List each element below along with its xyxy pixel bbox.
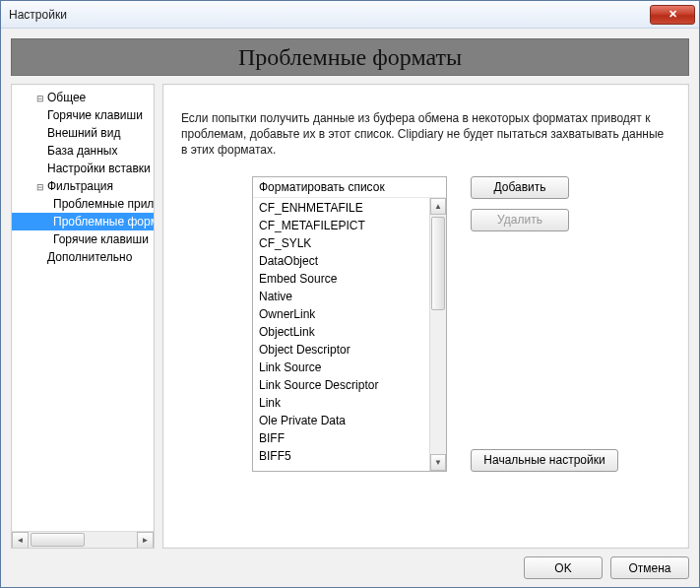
remove-button[interactable]: Удалить bbox=[471, 209, 569, 231]
tree-horizontal-scrollbar[interactable]: ◄ ► bbox=[12, 531, 154, 548]
list-item[interactable]: Embed Source bbox=[253, 269, 429, 287]
list-item[interactable]: CF_SYLK bbox=[253, 233, 429, 251]
scroll-down-button[interactable]: ▼ bbox=[430, 454, 446, 471]
tree-item[interactable]: Проблемные форматы bbox=[12, 213, 154, 230]
close-button[interactable]: ✕ bbox=[650, 5, 695, 25]
tree-item-label: Проблемные форматы bbox=[53, 215, 154, 229]
list-item[interactable]: Link Source Descriptor bbox=[253, 375, 429, 393]
list-item[interactable]: OwnerLink bbox=[253, 304, 429, 322]
list-header[interactable]: Форматировать список bbox=[253, 177, 446, 197]
scroll-right-button[interactable]: ► bbox=[137, 532, 154, 549]
scroll-left-button[interactable]: ◄ bbox=[12, 532, 29, 549]
list-body: CF_ENHMETAFILECF_METAFILEPICTCF_SYLKData… bbox=[253, 197, 446, 471]
scroll-thumb[interactable] bbox=[31, 533, 85, 547]
add-button[interactable]: Добавить bbox=[471, 176, 569, 199]
tree-item[interactable]: Проблемные приложения bbox=[12, 195, 154, 213]
tree-item-label: Внешний вид bbox=[47, 126, 120, 140]
chevron-left-icon: ◄ bbox=[17, 536, 25, 545]
list-item[interactable]: BIFF5 bbox=[253, 446, 429, 464]
nav-tree-panel: ⊟ОбщееГорячие клавишиВнешний видБаза дан… bbox=[11, 84, 155, 549]
ok-button[interactable]: OK bbox=[524, 556, 603, 579]
tree-item-label: Фильтрация bbox=[47, 179, 113, 193]
main-panel: Если попытки получить данные из буфера о… bbox=[162, 84, 689, 549]
panes: ⊟ОбщееГорячие клавишиВнешний видБаза дан… bbox=[11, 84, 689, 549]
side-buttons: Добавить Удалить Начальные настройки bbox=[471, 176, 618, 472]
defaults-row: Начальные настройки bbox=[471, 449, 618, 472]
tree-item[interactable]: Внешний вид bbox=[12, 124, 154, 142]
tree-item[interactable]: ⊟Общее bbox=[12, 89, 154, 106]
list-item[interactable]: DataObject bbox=[253, 251, 429, 269]
tree-connector-icon: ⊟ bbox=[35, 90, 45, 106]
list-item[interactable]: Link bbox=[253, 393, 429, 411]
scroll-track[interactable] bbox=[430, 215, 446, 454]
tree-item-label: Горячие клавиши bbox=[53, 232, 149, 246]
nav-tree[interactable]: ⊟ОбщееГорячие клавишиВнешний видБаза дан… bbox=[12, 85, 154, 531]
list-item[interactable]: CF_ENHMETAFILE bbox=[253, 198, 429, 216]
tree-item-label: Проблемные приложения bbox=[53, 197, 154, 211]
tree-item[interactable]: Настройки вставки bbox=[12, 160, 154, 177]
defaults-button[interactable]: Начальные настройки bbox=[471, 449, 618, 472]
description-text: Если попытки получить данные из буфера о… bbox=[181, 110, 670, 159]
list-vertical-scrollbar[interactable]: ▲ ▼ bbox=[429, 198, 446, 471]
settings-window: Настройки ✕ Проблемные форматы ⊟ОбщееГор… bbox=[0, 0, 700, 588]
titlebar[interactable]: Настройки ✕ bbox=[1, 1, 699, 29]
chevron-up-icon: ▲ bbox=[434, 202, 442, 211]
list-item[interactable]: Ole Private Data bbox=[253, 411, 429, 428]
cancel-button[interactable]: Отмена bbox=[610, 556, 689, 579]
window-title: Настройки bbox=[9, 8, 67, 22]
list-item[interactable]: Object Descriptor bbox=[253, 340, 429, 358]
list-item[interactable]: Link Source bbox=[253, 358, 429, 375]
collapse-icon[interactable]: ⊟ bbox=[35, 178, 45, 195]
tree-item[interactable]: Горячие клавиши bbox=[12, 106, 154, 124]
list-item[interactable]: ObjectLink bbox=[253, 322, 429, 340]
tree-item[interactable]: ⊟Фильтрация bbox=[12, 177, 154, 195]
list-items[interactable]: CF_ENHMETAFILECF_METAFILEPICTCF_SYLKData… bbox=[253, 198, 429, 471]
list-item[interactable]: BIFF bbox=[253, 428, 429, 446]
close-icon: ✕ bbox=[668, 8, 677, 21]
scroll-thumb[interactable] bbox=[431, 217, 445, 310]
chevron-down-icon: ▼ bbox=[434, 458, 442, 467]
tree-item[interactable]: Горячие клавиши bbox=[12, 230, 154, 248]
dialog-footer: OK Отмена bbox=[11, 549, 689, 579]
chevron-right-icon: ► bbox=[142, 536, 150, 545]
tree-item-label: Общее bbox=[47, 91, 86, 104]
content-area: Проблемные форматы ⊟ОбщееГорячие клавиши… bbox=[1, 29, 699, 587]
tree-item[interactable]: База данных bbox=[12, 142, 154, 160]
tree-item-label: Дополнительно bbox=[47, 250, 132, 264]
scroll-track[interactable] bbox=[29, 532, 137, 549]
list-item[interactable]: CF_METAFILEPICT bbox=[253, 216, 429, 233]
format-area: Форматировать список CF_ENHMETAFILECF_ME… bbox=[181, 176, 670, 472]
list-item[interactable]: Native bbox=[253, 287, 429, 304]
page-title-banner: Проблемные форматы bbox=[11, 38, 689, 76]
tree-item-label: База данных bbox=[47, 144, 117, 158]
scroll-up-button[interactable]: ▲ bbox=[430, 198, 446, 215]
tree-item-label: Настройки вставки bbox=[47, 162, 151, 175]
tree-item-label: Горячие клавиши bbox=[47, 108, 143, 122]
tree-item[interactable]: Дополнительно bbox=[12, 248, 154, 266]
format-list[interactable]: Форматировать список CF_ENHMETAFILECF_ME… bbox=[252, 176, 447, 472]
